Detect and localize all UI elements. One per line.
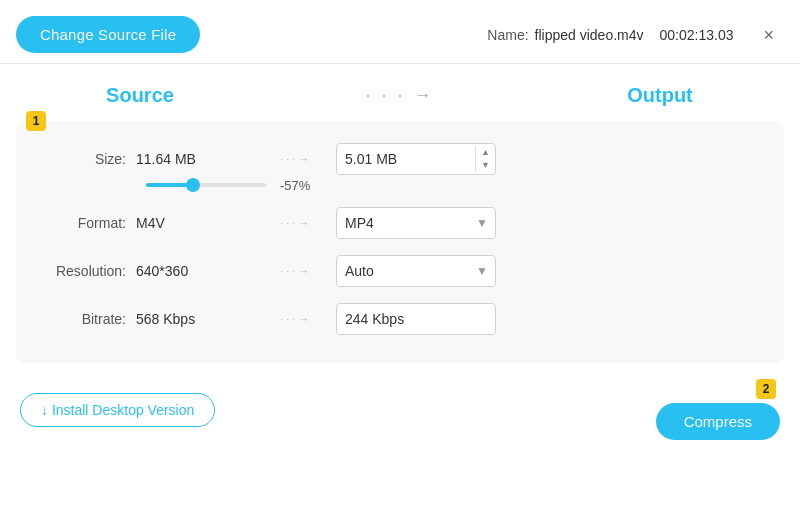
file-info: Name: flipped video.m4v 00:02:13.03 <box>487 27 733 43</box>
size-spinner[interactable]: 5.01 MB ▲ ▼ <box>336 143 496 175</box>
format-select-wrapper[interactable]: MP4 MOV AVI MKV ▼ <box>336 207 496 239</box>
resolution-row: Resolution: 640*360 · · · → Auto 1920*10… <box>36 247 764 295</box>
format-arrow: · · · → <box>256 216 336 230</box>
file-duration: 00:02:13.03 <box>660 27 734 43</box>
bitrate-output-value: 244 Kbps <box>336 303 496 335</box>
size-spinner-up[interactable]: ▲ <box>476 146 495 159</box>
header-right: Name: flipped video.m4v 00:02:13.03 × <box>487 24 780 46</box>
badge-2: 2 <box>756 379 776 399</box>
change-source-button[interactable]: Change Source File <box>16 16 200 53</box>
slider-thumb[interactable] <box>186 178 200 192</box>
size-arrow: · · · → <box>256 152 336 166</box>
slider-track <box>146 183 266 187</box>
bitrate-arrow: · · · → <box>256 312 336 326</box>
slider-percent: -57% <box>280 178 310 193</box>
content-card: 1 Size: 11.64 MB · · · → 5.01 MB ▲ <box>16 121 784 363</box>
size-spinner-down[interactable]: ▼ <box>476 159 495 172</box>
bitrate-row: Bitrate: 568 Kbps · · · → 244 Kbps <box>36 295 764 343</box>
source-title: Source <box>60 84 220 107</box>
size-label: Size: <box>36 151 136 167</box>
resolution-select-wrapper[interactable]: Auto 1920*1080 1280*720 640*360 ▼ <box>336 255 496 287</box>
resolution-select[interactable]: Auto 1920*1080 1280*720 640*360 <box>336 255 496 287</box>
resolution-output[interactable]: Auto 1920*1080 1280*720 640*360 ▼ <box>336 255 764 287</box>
install-desktop-button[interactable]: ↓ Install Desktop Version <box>20 393 215 427</box>
resolution-arrow: · · · → <box>256 264 336 278</box>
bottom-bar: ↓ Install Desktop Version 2 Compress <box>0 363 800 454</box>
format-output[interactable]: MP4 MOV AVI MKV ▼ <box>336 207 764 239</box>
bitrate-label: Bitrate: <box>36 311 136 327</box>
format-select[interactable]: MP4 MOV AVI MKV <box>336 207 496 239</box>
format-source-value: M4V <box>136 215 256 231</box>
slider-row: -57% <box>36 175 764 195</box>
slider-container[interactable] <box>146 175 266 195</box>
size-spinner-buttons: ▲ ▼ <box>475 146 495 172</box>
section-header: Source · · · → Output <box>0 64 800 121</box>
file-name: flipped video.m4v <box>535 27 644 43</box>
resolution-source-value: 640*360 <box>136 263 256 279</box>
slider-fill <box>146 183 188 187</box>
size-spinner-value: 5.01 MB <box>337 151 475 167</box>
format-label: Format: <box>36 215 136 231</box>
bitrate-output: 244 Kbps <box>336 303 764 335</box>
header: Change Source File Name: flipped video.m… <box>0 0 800 63</box>
resolution-label: Resolution: <box>36 263 136 279</box>
rows-container: Size: 11.64 MB · · · → 5.01 MB ▲ ▼ <box>36 135 764 343</box>
compress-area: 2 Compress <box>656 379 780 440</box>
size-output: 5.01 MB ▲ ▼ <box>336 143 764 175</box>
close-button[interactable]: × <box>757 24 780 46</box>
badge-1: 1 <box>26 111 46 131</box>
name-label: Name: <box>487 27 528 43</box>
output-title: Output <box>580 84 740 107</box>
bitrate-source-value: 568 Kbps <box>136 311 256 327</box>
size-source-value: 11.64 MB <box>136 151 256 167</box>
format-row: Format: M4V · · · → MP4 MOV AVI MKV <box>36 199 764 247</box>
section-arrow: · · · → <box>220 85 580 106</box>
compress-button[interactable]: Compress <box>656 403 780 440</box>
main-window: Change Source File Name: flipped video.m… <box>0 0 800 513</box>
